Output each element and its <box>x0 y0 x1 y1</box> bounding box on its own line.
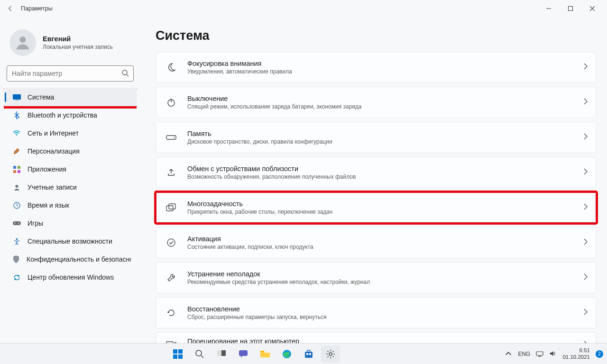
chevron-right-icon <box>583 133 588 142</box>
card-power[interactable]: ВыключениеСпящий режим, использование за… <box>156 87 597 118</box>
tray-clock[interactable]: 6:51 01.10.2021 <box>562 347 590 360</box>
nav-item-accessibility[interactable]: Специальные возможности <box>4 232 137 250</box>
svg-point-2 <box>19 36 26 43</box>
card-storage[interactable]: ПамятьДисковое пространство, диски, прав… <box>156 122 597 153</box>
card-sub: Сброс, расширенные параметры запуска, ве… <box>187 314 574 320</box>
chevron-right-icon <box>583 273 588 282</box>
avatar <box>9 29 36 56</box>
chat-button[interactable] <box>234 346 253 363</box>
nav-label: Игры <box>28 219 43 227</box>
search-box <box>7 65 134 82</box>
svg-point-24 <box>167 239 175 246</box>
nav-item-gaming[interactable]: Игры <box>4 214 137 232</box>
svg-point-21 <box>174 137 175 138</box>
card-activation[interactable]: АктивацияСостояние активации, подписки, … <box>156 227 597 258</box>
card-focus[interactable]: Фокусировка вниманияУведомления, автомат… <box>156 52 597 83</box>
nav-label: Bluetooth и устройства <box>28 111 97 119</box>
person-icon <box>12 184 21 191</box>
minimize-button[interactable] <box>538 1 560 16</box>
wifi-icon <box>12 130 21 136</box>
chevron-right-icon <box>583 309 588 317</box>
nav-item-time[interactable]: Время и язык <box>4 196 137 214</box>
nav-label: Учетные записи <box>28 183 77 191</box>
taskbar-search-button[interactable] <box>190 346 209 363</box>
nav-item-apps[interactable]: Приложения <box>4 160 137 178</box>
card-multitasking[interactable]: МногозадачностьПрикрепить окна, рабочие … <box>156 192 597 223</box>
apps-icon <box>12 166 21 173</box>
card-title: Активация <box>187 235 574 243</box>
svg-point-30 <box>196 350 202 356</box>
tray-network-icon[interactable] <box>536 350 543 358</box>
svg-rect-26 <box>173 349 177 354</box>
check-icon <box>165 238 178 247</box>
svg-rect-35 <box>260 351 264 352</box>
nav-label: Центр обновления Windows <box>28 273 114 281</box>
card-project[interactable]: Проецирование на этот компьютерРазрешени… <box>156 332 597 343</box>
tray-date: 01.10.2021 <box>562 354 590 360</box>
store-button[interactable] <box>299 346 318 363</box>
system-tray: ENG 6:51 01.10.2021 2 <box>505 347 603 360</box>
tray-language[interactable]: ENG <box>518 351 530 357</box>
svg-rect-39 <box>306 353 308 355</box>
nav-label: Сеть и Интернет <box>28 129 79 137</box>
svg-rect-9 <box>18 166 20 169</box>
svg-rect-38 <box>307 350 310 352</box>
card-sub: Прикрепить окна, рабочие столы, переключ… <box>187 209 574 215</box>
chevron-right-icon <box>583 203 588 212</box>
nav-label: Система <box>28 93 54 101</box>
power-icon <box>165 98 178 107</box>
profile-block[interactable]: Евгений Локальная учетная запись <box>4 23 137 62</box>
explorer-button[interactable] <box>256 346 275 363</box>
close-button[interactable] <box>581 1 603 16</box>
nav-item-update[interactable]: Центр обновления Windows <box>4 268 137 286</box>
taskbar: ENG 6:51 01.10.2021 2 <box>0 343 607 364</box>
card-sub: Уведомления, автоматические правила <box>187 68 574 75</box>
tray-chevron-icon[interactable] <box>505 350 512 358</box>
svg-rect-11 <box>18 170 20 173</box>
tray-volume-icon[interactable] <box>549 350 557 358</box>
nav-label: Конфиденциальность и безопасность <box>27 255 131 263</box>
card-title: Обмен с устройствами поблизости <box>187 165 574 173</box>
svg-rect-43 <box>538 356 541 357</box>
search-icon <box>121 69 129 79</box>
nav-item-personalization[interactable]: Персонализация <box>4 142 137 160</box>
card-recovery[interactable]: ВосстановлениеСброс, расширенные парамет… <box>156 297 597 328</box>
accessibility-icon <box>12 238 21 245</box>
page-heading: Система <box>156 28 597 43</box>
svg-rect-27 <box>178 349 183 354</box>
nav-label: Специальные возможности <box>28 237 112 245</box>
edge-button[interactable] <box>277 346 296 363</box>
svg-line-4 <box>127 74 129 76</box>
card-title: Проецирование на этот компьютер <box>187 337 574 343</box>
nav-item-accounts[interactable]: Учетные записи <box>4 178 137 196</box>
svg-point-12 <box>15 185 18 188</box>
nav-item-network[interactable]: Сеть и Интернет <box>4 124 137 142</box>
card-title: Фокусировка внимания <box>187 60 574 67</box>
card-sub: Состояние активации, подписки, ключ прод… <box>187 244 574 250</box>
svg-rect-5 <box>13 94 21 100</box>
back-button[interactable] <box>4 2 17 15</box>
maximize-button[interactable] <box>560 1 581 16</box>
card-troubleshoot[interactable]: Устранение неполадокРекомендуемые средст… <box>156 262 597 293</box>
card-nearby[interactable]: Обмен с устройствами поблизостиВозможнос… <box>156 157 597 188</box>
search-input[interactable] <box>7 65 134 82</box>
tray-time: 6:51 <box>562 347 590 354</box>
settings-cards: Фокусировка вниманияУведомления, автомат… <box>156 52 597 343</box>
settings-button[interactable] <box>321 346 340 363</box>
moon-icon <box>165 63 178 72</box>
nav-item-privacy[interactable]: Конфиденциальность и безопасность <box>4 250 137 268</box>
nav-item-system[interactable]: Система <box>4 88 137 106</box>
taskview-button[interactable] <box>212 346 231 363</box>
recovery-icon <box>165 308 178 318</box>
multitask-icon <box>165 203 178 212</box>
card-title: Память <box>187 130 574 137</box>
start-button[interactable] <box>168 346 187 363</box>
card-title: Многозадачность <box>187 200 574 208</box>
chevron-right-icon <box>583 98 588 107</box>
notification-badge[interactable]: 2 <box>596 350 603 358</box>
paint-icon <box>12 147 21 155</box>
nav-item-bluetooth[interactable]: Bluetooth и устройства <box>4 106 137 124</box>
card-title: Восстановление <box>187 305 574 313</box>
svg-rect-6 <box>15 100 18 100</box>
svg-point-16 <box>18 223 19 224</box>
